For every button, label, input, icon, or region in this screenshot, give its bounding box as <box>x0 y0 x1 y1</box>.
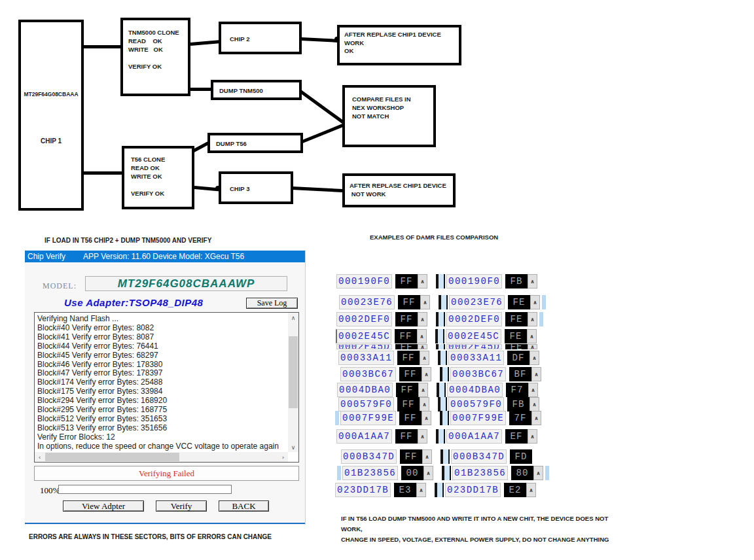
hex-value-right: FE <box>505 344 528 349</box>
scroll-up-icon[interactable]: ∧ <box>528 383 538 397</box>
hex-compare-row: 00033A11 FF ∧ 00033A11 DF ∧ <box>338 351 539 365</box>
column-divider <box>437 383 446 397</box>
hex-value-right: BF <box>509 367 531 381</box>
scroll-up-icon[interactable]: ∧ <box>418 429 427 444</box>
hex-address-right: 000579F0 <box>448 397 504 411</box>
hex-value-left: FF <box>395 429 418 444</box>
scroll-up-icon[interactable]: ∧ <box>530 397 539 411</box>
hex-compare-row: 000190F0 FF ∧ 000190F0 FB ∧ <box>336 274 537 289</box>
scroll-up-icon[interactable]: ∧ <box>528 274 537 289</box>
scroll-up-icon[interactable]: ∧ <box>531 411 541 425</box>
chip1-label-text: CHIP 1 <box>21 137 81 145</box>
flow-box-chip1: MT29F64G08CBAAA CHIP 1 <box>18 20 84 211</box>
hex-value-right: EF <box>505 429 528 444</box>
hex-compare-row: 0003BC67 FF ∧ 0003BC67 BF ∧ <box>340 367 541 381</box>
column-divider <box>436 344 445 349</box>
scroll-up-icon[interactable]: ∧ <box>422 367 431 381</box>
scroll-up-icon[interactable]: ∧ <box>533 466 543 480</box>
scroll-up-icon[interactable]: ∧ <box>288 313 298 323</box>
scroll-up-icon[interactable]: ∧ <box>423 466 433 480</box>
scroll-up-icon[interactable]: ∧ <box>528 344 537 349</box>
hex-value-left: FF <box>395 274 418 289</box>
model-value-field[interactable]: MT29F64G08CBAAAWP <box>85 276 287 291</box>
vertical-scrollbar[interactable]: ∧ ∨ <box>288 313 298 452</box>
hex-value-left: FF <box>399 411 422 425</box>
hex-value-left: FF <box>395 329 417 343</box>
hex-value-right: DF <box>507 351 530 365</box>
connector-line <box>190 40 219 46</box>
scroll-left-icon[interactable]: ‹ <box>35 452 45 462</box>
scroll-up-icon[interactable]: ∧ <box>526 483 536 497</box>
flow-box-tnm5000-clone: TNM5000 CLONE READ OK WRITE OK VERIFY OK <box>120 18 190 96</box>
chip1-model-text: MT29F64G08CBAAA <box>21 90 81 99</box>
scroll-down-icon[interactable]: ∨ <box>288 442 298 452</box>
hex-address-left: 000190F0 <box>336 274 392 289</box>
verify-button[interactable]: Verify <box>156 500 207 512</box>
hex-address-left: 00033A11 <box>338 351 394 365</box>
scroll-up-icon[interactable]: ∧ <box>420 351 429 365</box>
scroll-up-icon[interactable]: ∧ <box>422 449 432 464</box>
hex-address-left: 000579F0 <box>338 397 394 411</box>
verify-log-area[interactable]: Verifying Nand Flash ... Block#40 Verify… <box>34 312 299 463</box>
scroll-up-icon[interactable]: ∧ <box>528 312 537 326</box>
hex-address-left: 0007F99E <box>340 411 396 425</box>
scroll-up-icon[interactable]: ∧ <box>418 312 427 326</box>
hex-address-right: 0002E45C <box>446 329 501 343</box>
connector-line <box>300 90 344 124</box>
hex-value-left: FF <box>395 312 418 326</box>
scroll-up-icon[interactable]: ∧ <box>420 295 430 309</box>
column-divider <box>440 367 449 381</box>
scroll-up-icon[interactable]: ∧ <box>417 329 427 343</box>
hex-value-right: FE <box>505 329 527 343</box>
hex-compare-row: 0002DEF0 FF ∧ 0002DEF0 FE ∧ <box>336 312 543 326</box>
hex-value-left: 00 <box>401 466 423 480</box>
hex-compare-row: 023DD17B E3 ∧ 023DD17B E2 ∧ <box>335 483 536 497</box>
scroll-up-icon[interactable]: ∧ <box>527 329 537 343</box>
scroll-up-icon[interactable]: ∧ <box>418 383 428 397</box>
flow-box-compare-files: COMPARE FILES IN NEX WORKSHOP NOT MATCH <box>342 85 436 147</box>
hex-address-right: 000190F0 <box>446 274 502 289</box>
flow-box-after-replace-not-work: AFTER REPLASE CHIP1 DEVICE NOT WORK <box>342 173 456 207</box>
hex-value-right: FE <box>505 312 528 326</box>
hex-address-right: 00023E76 <box>449 295 505 309</box>
column-divider <box>439 295 448 309</box>
scrollbar-thumb[interactable] <box>289 336 298 408</box>
hex-address-right: 0002DEF0 <box>446 312 502 326</box>
scroll-up-icon[interactable]: ∧ <box>531 367 541 381</box>
hex-address-left: 0002DEF0 <box>336 312 392 326</box>
hex-address-left: 000B347D <box>341 449 397 464</box>
column-divider <box>436 312 445 326</box>
hex-value-left: FF <box>397 351 420 365</box>
back-button[interactable]: BACK <box>219 500 269 512</box>
scroll-up-icon[interactable]: ∧ <box>418 274 427 289</box>
save-log-button[interactable]: Save Log <box>246 298 298 309</box>
caption-errors: ERRORS ARE ALWAYS IN THESE SECTORS, BITS… <box>29 533 272 540</box>
scroll-up-icon[interactable]: ∧ <box>530 351 539 365</box>
scroll-up-icon[interactable]: ∧ <box>530 295 540 309</box>
hex-address-left: 00023E76 <box>339 295 395 309</box>
scroll-up-icon[interactable]: ∧ <box>416 483 426 497</box>
column-divider <box>440 411 449 425</box>
chip-verify-dialog: Chip Verify APP Version: 11.60 Device Mo… <box>25 251 306 525</box>
scroll-up-icon[interactable]: ∧ <box>420 397 429 411</box>
column-divider <box>438 351 447 365</box>
scroll-up-icon[interactable]: ∧ <box>422 411 431 425</box>
hex-address-left: 0002E45C <box>336 329 391 343</box>
hex-value-right: 7F <box>509 411 531 425</box>
hex-value-left: FF <box>397 397 420 411</box>
scrollbar-thumb[interactable] <box>45 453 179 461</box>
caption-bottom-right: IF IN T56 LOAD DUMP TNM5000 AND WRITE IT… <box>341 514 609 545</box>
hex-value-left: FF <box>395 344 418 349</box>
hex-address-right: 01B23856 <box>452 466 508 480</box>
hex-value-left: FF <box>396 383 418 397</box>
scroll-right-icon[interactable]: › <box>278 452 288 462</box>
view-adapter-button[interactable]: View Adpter <box>63 500 144 512</box>
hex-address-left: 0002E45D <box>336 344 392 349</box>
hex-address-right: 0003BC67 <box>450 367 506 381</box>
horizontal-scrollbar[interactable]: ‹ › <box>35 452 288 462</box>
scroll-up-icon[interactable]: ∧ <box>528 429 537 444</box>
hex-address-left: 023DD17B <box>335 483 391 497</box>
hex-value-left: FF <box>400 449 422 464</box>
scroll-up-icon[interactable]: ∧ <box>418 344 427 349</box>
column-divider <box>442 466 451 480</box>
